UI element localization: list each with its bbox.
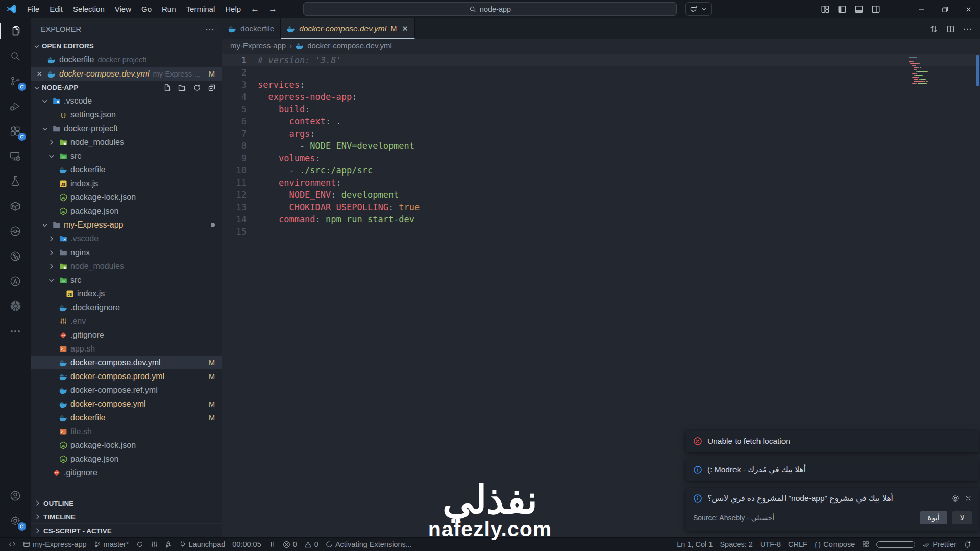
tree-item-settings-json[interactable]: {}settings.json — [31, 108, 222, 121]
toast-info-2[interactable]: أهلا بيك في مشروع "node-app" المشروع ده … — [686, 488, 979, 531]
gear-icon[interactable] — [951, 494, 960, 503]
code-line-7[interactable]: 7args: — [222, 128, 980, 140]
breadcrumb[interactable]: my-Express-app › docker-compose.dev.yml — [222, 39, 980, 53]
status-rocket[interactable] — [161, 538, 176, 551]
menu-go[interactable]: Go — [136, 0, 157, 18]
status-warnings[interactable]: 0 — [301, 538, 322, 551]
section-outline[interactable]: OUTLINE — [31, 496, 222, 510]
status-formatter[interactable]: Prettier — [919, 538, 960, 551]
code-line-1[interactable]: 1# version: '3.8' — [222, 54, 980, 66]
collapse-all-icon[interactable] — [208, 84, 216, 92]
status-language-mode[interactable]: { }Compose — [811, 538, 859, 551]
status-utf-8[interactable]: UTF-8 — [756, 538, 785, 551]
refresh-icon[interactable] — [193, 84, 201, 92]
status-spaces-2[interactable]: Spaces: 2 — [716, 538, 756, 551]
tree-item-vscode[interactable]: .vscode — [31, 94, 222, 108]
new-folder-icon[interactable] — [178, 84, 186, 92]
activity-settings[interactable] — [0, 508, 31, 533]
code-line-8[interactable]: 8- NODE_ENV=development — [222, 140, 980, 152]
activity-more[interactable] — [0, 318, 31, 343]
code-line-12[interactable]: 12NODE_ENV: development — [222, 189, 980, 201]
status-notifications[interactable] — [960, 538, 975, 551]
status-ln-1-col-1[interactable]: Ln 1, Col 1 — [673, 538, 716, 551]
restore-button[interactable] — [933, 0, 957, 18]
activity-source-control[interactable] — [0, 68, 31, 93]
status-sync[interactable] — [133, 538, 147, 551]
tree-item-src[interactable]: </>src — [31, 149, 222, 163]
tree-item-package-json[interactable]: JSpackage.json — [31, 452, 222, 466]
status-remote-indicator[interactable] — [5, 538, 19, 551]
tree-item-index-js[interactable]: JSindex.js — [31, 287, 222, 300]
forward-arrow-icon[interactable]: → — [264, 4, 282, 14]
tree-item-vscode[interactable]: .vscode — [31, 232, 222, 245]
menu-file[interactable]: File — [22, 0, 44, 18]
status-progress-pill[interactable] — [873, 538, 919, 551]
layout-sidebar-right-icon[interactable] — [871, 5, 880, 14]
tree-item-file-sh[interactable]: file.sh — [31, 424, 222, 438]
tree-item-docker-compose-ref-yml[interactable]: docker-compose.ref.yml — [31, 383, 222, 397]
project-root-header[interactable]: NODE-APP — [31, 81, 222, 94]
tree-item-docker-projecft[interactable]: docker-projecft — [31, 121, 222, 135]
tree-item-env[interactable]: .env — [31, 314, 222, 328]
tree-item-docker-compose-yml[interactable]: docker-compose.ymlM — [31, 397, 222, 411]
toast-error-0[interactable]: Unable to fetch location — [686, 431, 979, 452]
more-actions-icon[interactable]: ⋯ — [963, 23, 972, 34]
tree-item-gitignore[interactable]: .gitignore — [31, 466, 222, 480]
toast-info-1[interactable]: أهلا بيك في مُدرك - Modrek :) — [686, 459, 979, 481]
menu-run[interactable]: Run — [157, 0, 181, 18]
code-line-2[interactable]: 2 — [222, 66, 980, 79]
menu-edit[interactable]: Edit — [44, 0, 68, 18]
code-line-4[interactable]: 4express-node-app: — [222, 91, 980, 103]
status-loading[interactable]: Activating Extensions... — [322, 538, 415, 551]
tree-item-node-modules[interactable]: node_modules — [31, 135, 222, 149]
activity-extensions[interactable] — [0, 118, 31, 143]
tree-item-package-json[interactable]: JSpackage.json — [31, 204, 222, 218]
status-pause[interactable] — [265, 538, 279, 551]
minimize-button[interactable] — [910, 0, 933, 18]
close-icon[interactable] — [965, 495, 972, 502]
activity-accounts[interactable] — [0, 483, 31, 508]
code-line-14[interactable]: 14command: npm run start-dev — [222, 213, 980, 226]
tree-item-node-modules[interactable]: node_modules — [31, 259, 222, 273]
section-timeline[interactable]: TIMELINE — [31, 510, 222, 523]
menu-help[interactable]: Help — [220, 0, 246, 18]
menu-selection[interactable]: Selection — [68, 0, 110, 18]
code-line-3[interactable]: 3services: — [222, 79, 980, 91]
tab-dockerfile[interactable]: dockerfile — [222, 18, 281, 39]
activity-run-debug[interactable] — [0, 93, 31, 118]
code-line-13[interactable]: 13CHOKIDAR_USEPOLLING: true — [222, 201, 980, 213]
back-arrow-icon[interactable]: ← — [246, 4, 264, 14]
open-editors-header[interactable]: OPEN EDITORS — [31, 40, 222, 53]
tree-item-dockerignore[interactable]: .dockerignore — [31, 300, 222, 314]
status-crlf[interactable]: CRLF — [785, 538, 811, 551]
tree-item-gitignore[interactable]: .gitignore — [31, 328, 222, 342]
compare-changes-icon[interactable] — [929, 24, 938, 33]
open-editor-dockerfile[interactable]: dockerfiledocker-projecft — [31, 53, 222, 67]
activity-search[interactable] — [0, 43, 31, 68]
status-workspace[interactable]: my-Express-app — [19, 538, 90, 551]
activity-git-graph[interactable] — [0, 218, 31, 243]
minimap[interactable] — [909, 57, 940, 86]
split-editor-icon[interactable] — [946, 24, 955, 33]
new-file-icon[interactable] — [163, 84, 172, 92]
breadcrumb-folder[interactable]: my-Express-app — [230, 41, 286, 50]
tree-item-src[interactable]: </>src — [31, 273, 222, 287]
toast-button-أيوة[interactable]: أيوة — [920, 511, 947, 524]
activity-kubernetes[interactable] — [0, 293, 31, 318]
code-line-6[interactable]: 6context: . — [222, 115, 980, 128]
tree-item-nginx[interactable]: nginx — [31, 245, 222, 259]
layout-panel-icon[interactable] — [854, 5, 864, 14]
tree-item-dockerfile[interactable]: dockerfileM — [31, 411, 222, 424]
close-window-button[interactable] — [957, 0, 980, 18]
global-search-input[interactable]: node-app — [303, 2, 677, 16]
tree-item-package-lock-json[interactable]: JSpackage-lock.json — [31, 190, 222, 204]
toast-button-لا[interactable]: لا — [952, 511, 972, 524]
status-00-00-05[interactable]: 00:00:05 — [229, 538, 264, 551]
code-line-11[interactable]: 11environment: — [222, 177, 980, 189]
code-line-15[interactable]: 15 — [222, 226, 980, 238]
menu-terminal[interactable]: Terminal — [181, 0, 220, 18]
section-cs-script-active[interactable]: CS-SCRIPT - ACTIVE — [31, 523, 222, 537]
tree-item-index-js[interactable]: JSindex.js — [31, 177, 222, 190]
tree-item-package-lock-json[interactable]: JSpackage-lock.json — [31, 438, 222, 452]
tree-item-my-express-app[interactable]: my-Express-app — [31, 218, 222, 232]
